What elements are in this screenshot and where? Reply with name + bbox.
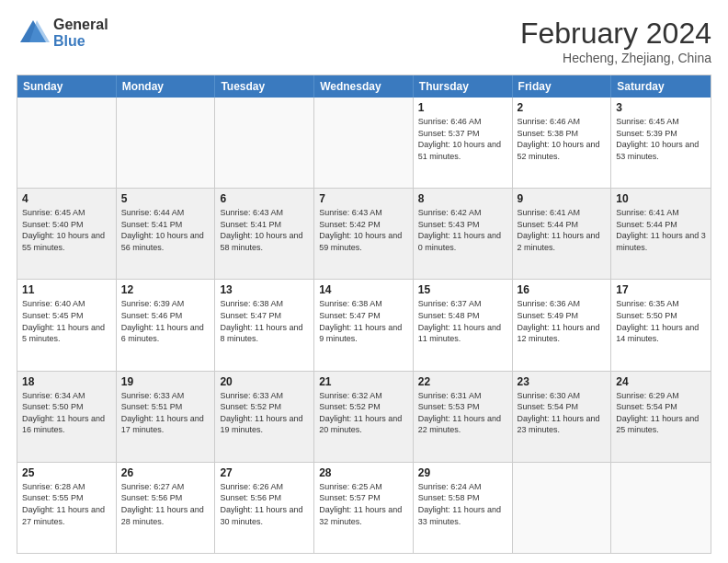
day-info: Sunrise: 6:38 AM Sunset: 5:47 PM Dayligh…	[220, 298, 309, 344]
day-number: 2	[518, 101, 607, 114]
day-info: Sunrise: 6:41 AM Sunset: 5:44 PM Dayligh…	[616, 207, 706, 253]
calendar-row-1: 4Sunrise: 6:45 AM Sunset: 5:40 PM Daylig…	[17, 188, 711, 279]
day-number: 26	[121, 466, 210, 479]
day-info: Sunrise: 6:43 AM Sunset: 5:42 PM Dayligh…	[319, 207, 408, 253]
calendar-cell: 14Sunrise: 6:38 AM Sunset: 5:47 PM Dayli…	[314, 280, 414, 370]
calendar-cell: 13Sunrise: 6:38 AM Sunset: 5:47 PM Dayli…	[215, 280, 314, 370]
day-info: Sunrise: 6:40 AM Sunset: 5:45 PM Dayligh…	[22, 298, 111, 344]
calendar-cell: 3Sunrise: 6:45 AM Sunset: 5:39 PM Daylig…	[611, 98, 711, 188]
day-number: 11	[22, 283, 111, 296]
calendar-cell: 24Sunrise: 6:29 AM Sunset: 5:54 PM Dayli…	[611, 372, 711, 462]
day-info: Sunrise: 6:25 AM Sunset: 5:57 PM Dayligh…	[319, 481, 408, 527]
day-number: 16	[518, 283, 607, 296]
header-day-tuesday: Tuesday	[215, 75, 314, 98]
header-day-saturday: Saturday	[611, 75, 711, 98]
calendar-cell: 11Sunrise: 6:40 AM Sunset: 5:45 PM Dayli…	[17, 280, 117, 370]
calendar-cell	[215, 98, 314, 188]
location-label: Hecheng, Zhejiang, China	[520, 51, 711, 65]
header-day-friday: Friday	[513, 75, 612, 98]
day-number: 20	[220, 375, 309, 388]
calendar-cell: 2Sunrise: 6:46 AM Sunset: 5:38 PM Daylig…	[513, 98, 612, 188]
day-number: 4	[22, 192, 111, 205]
day-info: Sunrise: 6:39 AM Sunset: 5:46 PM Dayligh…	[121, 298, 210, 344]
calendar-cell: 25Sunrise: 6:28 AM Sunset: 5:55 PM Dayli…	[17, 463, 117, 553]
day-number: 27	[220, 466, 309, 479]
calendar-row-0: 1Sunrise: 6:46 AM Sunset: 5:37 PM Daylig…	[17, 98, 711, 188]
calendar-row-3: 18Sunrise: 6:34 AM Sunset: 5:50 PM Dayli…	[17, 371, 711, 462]
day-number: 23	[518, 375, 607, 388]
calendar-cell: 8Sunrise: 6:42 AM Sunset: 5:43 PM Daylig…	[414, 189, 513, 279]
calendar-cell: 17Sunrise: 6:35 AM Sunset: 5:50 PM Dayli…	[611, 280, 711, 370]
day-number: 10	[616, 192, 706, 205]
calendar-cell: 9Sunrise: 6:41 AM Sunset: 5:44 PM Daylig…	[513, 189, 612, 279]
day-number: 14	[319, 283, 408, 296]
header-day-sunday: Sunday	[17, 75, 117, 98]
day-number: 3	[616, 101, 706, 114]
month-year-title: February 2024	[520, 17, 711, 51]
day-number: 25	[22, 466, 111, 479]
day-info: Sunrise: 6:36 AM Sunset: 5:49 PM Dayligh…	[518, 298, 607, 344]
page: General Blue February 2024 Hecheng, Zhej…	[0, 0, 728, 563]
title-section: February 2024 Hecheng, Zhejiang, China	[520, 17, 711, 65]
day-info: Sunrise: 6:34 AM Sunset: 5:50 PM Dayligh…	[22, 390, 111, 436]
day-info: Sunrise: 6:24 AM Sunset: 5:58 PM Dayligh…	[418, 481, 507, 527]
day-info: Sunrise: 6:43 AM Sunset: 5:41 PM Dayligh…	[220, 207, 309, 253]
day-number: 19	[121, 375, 210, 388]
calendar-cell: 22Sunrise: 6:31 AM Sunset: 5:53 PM Dayli…	[414, 372, 513, 462]
header-day-thursday: Thursday	[414, 75, 513, 98]
logo-blue: Blue	[53, 33, 108, 50]
header: General Blue February 2024 Hecheng, Zhej…	[17, 17, 711, 65]
day-info: Sunrise: 6:33 AM Sunset: 5:52 PM Dayligh…	[220, 390, 309, 436]
day-info: Sunrise: 6:42 AM Sunset: 5:43 PM Dayligh…	[418, 207, 507, 253]
calendar-cell: 23Sunrise: 6:30 AM Sunset: 5:54 PM Dayli…	[513, 372, 612, 462]
calendar-cell: 5Sunrise: 6:44 AM Sunset: 5:41 PM Daylig…	[117, 189, 216, 279]
day-info: Sunrise: 6:27 AM Sunset: 5:56 PM Dayligh…	[121, 481, 210, 527]
day-number: 21	[319, 375, 408, 388]
logo: General Blue	[17, 17, 108, 50]
day-number: 24	[616, 375, 706, 388]
calendar-row-4: 25Sunrise: 6:28 AM Sunset: 5:55 PM Dayli…	[17, 462, 711, 553]
day-info: Sunrise: 6:44 AM Sunset: 5:41 PM Dayligh…	[121, 207, 210, 253]
calendar-cell: 1Sunrise: 6:46 AM Sunset: 5:37 PM Daylig…	[414, 98, 513, 188]
day-number: 6	[220, 192, 309, 205]
calendar-cell: 21Sunrise: 6:32 AM Sunset: 5:52 PM Dayli…	[314, 372, 414, 462]
calendar-cell: 15Sunrise: 6:37 AM Sunset: 5:48 PM Dayli…	[414, 280, 513, 370]
calendar-cell: 10Sunrise: 6:41 AM Sunset: 5:44 PM Dayli…	[611, 189, 711, 279]
calendar-cell: 18Sunrise: 6:34 AM Sunset: 5:50 PM Dayli…	[17, 372, 117, 462]
day-info: Sunrise: 6:38 AM Sunset: 5:47 PM Dayligh…	[319, 298, 408, 344]
day-info: Sunrise: 6:29 AM Sunset: 5:54 PM Dayligh…	[616, 390, 706, 436]
calendar-cell: 12Sunrise: 6:39 AM Sunset: 5:46 PM Dayli…	[117, 280, 216, 370]
day-info: Sunrise: 6:37 AM Sunset: 5:48 PM Dayligh…	[418, 298, 507, 344]
day-number: 22	[418, 375, 507, 388]
logo-text: General Blue	[53, 17, 108, 49]
calendar-cell: 4Sunrise: 6:45 AM Sunset: 5:40 PM Daylig…	[17, 189, 117, 279]
day-number: 5	[121, 192, 210, 205]
calendar-cell: 27Sunrise: 6:26 AM Sunset: 5:56 PM Dayli…	[215, 463, 314, 553]
calendar-row-2: 11Sunrise: 6:40 AM Sunset: 5:45 PM Dayli…	[17, 279, 711, 370]
day-info: Sunrise: 6:28 AM Sunset: 5:55 PM Dayligh…	[22, 481, 111, 527]
calendar: SundayMondayTuesdayWednesdayThursdayFrid…	[17, 75, 711, 554]
day-number: 29	[418, 466, 507, 479]
day-info: Sunrise: 6:26 AM Sunset: 5:56 PM Dayligh…	[220, 481, 309, 527]
day-info: Sunrise: 6:31 AM Sunset: 5:53 PM Dayligh…	[418, 390, 507, 436]
calendar-body: 1Sunrise: 6:46 AM Sunset: 5:37 PM Daylig…	[17, 98, 711, 553]
day-number: 8	[418, 192, 507, 205]
day-number: 15	[418, 283, 507, 296]
calendar-cell: 6Sunrise: 6:43 AM Sunset: 5:41 PM Daylig…	[215, 189, 314, 279]
day-info: Sunrise: 6:35 AM Sunset: 5:50 PM Dayligh…	[616, 298, 706, 344]
day-info: Sunrise: 6:46 AM Sunset: 5:37 PM Dayligh…	[418, 116, 507, 162]
calendar-cell	[17, 98, 117, 188]
calendar-cell	[117, 98, 216, 188]
day-info: Sunrise: 6:45 AM Sunset: 5:39 PM Dayligh…	[616, 116, 706, 162]
calendar-header: SundayMondayTuesdayWednesdayThursdayFrid…	[17, 75, 711, 98]
calendar-cell: 26Sunrise: 6:27 AM Sunset: 5:56 PM Dayli…	[117, 463, 216, 553]
calendar-cell: 16Sunrise: 6:36 AM Sunset: 5:49 PM Dayli…	[513, 280, 612, 370]
calendar-cell: 29Sunrise: 6:24 AM Sunset: 5:58 PM Dayli…	[414, 463, 513, 553]
day-number: 1	[418, 101, 507, 114]
day-info: Sunrise: 6:33 AM Sunset: 5:51 PM Dayligh…	[121, 390, 210, 436]
calendar-cell: 20Sunrise: 6:33 AM Sunset: 5:52 PM Dayli…	[215, 372, 314, 462]
header-day-wednesday: Wednesday	[314, 75, 414, 98]
logo-icon	[17, 17, 50, 50]
header-day-monday: Monday	[117, 75, 216, 98]
day-number: 28	[319, 466, 408, 479]
